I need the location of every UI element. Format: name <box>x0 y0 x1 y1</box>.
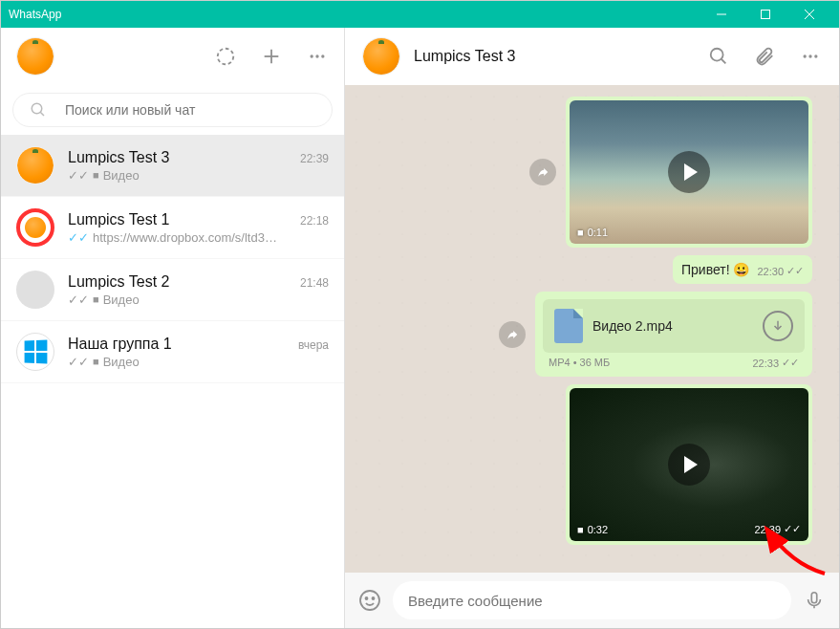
video-message-bubble[interactable]: ■ 0:32 22:39 ✓✓ <box>566 384 812 545</box>
left-header <box>1 28 344 85</box>
status-icon[interactable] <box>214 45 237 68</box>
window-title: WhatsApp <box>9 8 700 21</box>
chat-time: 22:39 <box>300 152 329 165</box>
video-icon: ■ <box>93 356 99 367</box>
svg-point-7 <box>311 54 313 57</box>
forward-icon[interactable] <box>499 321 526 348</box>
svg-point-9 <box>321 54 324 57</box>
file-meta: MP4 • 36 МБ 22:33 ✓✓ <box>543 353 805 369</box>
chat-time: 21:48 <box>300 276 329 290</box>
mic-icon[interactable] <box>803 589 826 612</box>
message-time: 22:39 ✓✓ <box>754 523 801 535</box>
file-message-bubble[interactable]: Видео 2.mp4 MP4 • 36 МБ 22:33 ✓✓ <box>535 292 812 377</box>
chat-name: Наша группа 1 <box>68 336 172 353</box>
svg-point-16 <box>814 54 817 57</box>
svg-point-14 <box>804 54 807 57</box>
chat-info: Lumpics Test 3 22:39 ✓✓ ■ Видео <box>68 149 329 183</box>
left-header-actions <box>214 45 329 68</box>
app-body: Lumpics Test 3 22:39 ✓✓ ■ Видео <box>1 28 839 628</box>
conversation-header: Lumpics Test 3 <box>345 28 839 85</box>
chat-item[interactable]: Наша группа 1 вчера ✓✓ ■ Видео <box>1 321 344 383</box>
read-tick-icon: ✓✓ <box>786 265 804 277</box>
read-tick-icon: ✓✓ <box>784 523 801 535</box>
download-button[interactable] <box>763 311 793 341</box>
chat-avatar <box>16 333 54 371</box>
messages-area[interactable]: ■ 0:11 Привет! 😀 22:30 ✓✓ <box>345 85 839 573</box>
maximize-button[interactable] <box>743 1 787 28</box>
camera-icon: ■ <box>577 227 584 238</box>
search-input[interactable] <box>65 102 318 118</box>
read-tick-icon: ✓✓ <box>68 168 89 183</box>
video-thumbnail[interactable]: ■ 0:32 22:39 ✓✓ <box>570 388 808 541</box>
right-pane: Lumpics Test 3 <box>345 28 839 628</box>
chat-time: вчера <box>298 338 329 352</box>
video-duration: ■ 0:32 <box>577 524 608 535</box>
svg-point-20 <box>373 597 375 599</box>
search-box[interactable] <box>12 93 333 127</box>
compose-input[interactable] <box>408 593 776 609</box>
chat-menu-icon[interactable] <box>799 45 822 68</box>
svg-line-11 <box>40 112 44 116</box>
video-message-bubble[interactable]: ■ 0:11 <box>566 97 812 248</box>
play-icon[interactable] <box>668 151 710 193</box>
svg-point-15 <box>808 54 811 57</box>
user-avatar[interactable] <box>16 37 54 76</box>
conversation-avatar[interactable] <box>362 37 400 76</box>
message-row: ■ 0:32 22:39 ✓✓ <box>372 384 812 545</box>
titlebar: WhatsApp <box>1 1 839 28</box>
read-tick-icon: ✓✓ <box>68 355 89 369</box>
chat-time: 22:18 <box>300 214 329 228</box>
text-message-bubble[interactable]: Привет! 😀 22:30 ✓✓ <box>673 255 812 284</box>
chat-avatar <box>16 208 54 247</box>
file-name: Видео 2.mp4 <box>592 318 753 334</box>
chat-item[interactable]: Lumpics Test 2 21:48 ✓✓ ■ Видео <box>1 259 344 321</box>
message-time: 22:30 ✓✓ <box>757 265 804 277</box>
attach-icon[interactable] <box>753 45 776 68</box>
message-row: Видео 2.mp4 MP4 • 36 МБ 22:33 ✓✓ <box>372 292 812 377</box>
video-duration: ■ 0:11 <box>577 227 608 238</box>
svg-rect-21 <box>811 593 817 603</box>
message-row: Привет! 😀 22:30 ✓✓ <box>372 255 812 284</box>
chat-preview: Видео <box>103 355 140 369</box>
file-icon <box>554 309 583 343</box>
chat-item[interactable]: Lumpics Test 1 22:18 ✓✓ https://www.drop… <box>1 197 344 259</box>
svg-point-8 <box>315 54 318 57</box>
video-icon: ■ <box>93 169 99 181</box>
read-tick-icon: ✓✓ <box>782 357 799 369</box>
left-pane: Lumpics Test 3 22:39 ✓✓ ■ Видео <box>1 28 345 628</box>
svg-point-10 <box>32 103 42 114</box>
read-tick-icon: ✓✓ <box>68 293 89 307</box>
chat-preview: https://www.dropbox.com/s/ltd3… <box>93 230 277 245</box>
window-controls <box>700 1 831 28</box>
file-row: Видео 2.mp4 <box>543 299 805 353</box>
search-icon <box>27 98 50 121</box>
chat-name: Lumpics Test 1 <box>68 211 169 228</box>
video-thumbnail[interactable]: ■ 0:11 <box>570 100 808 244</box>
chat-avatar <box>16 271 54 309</box>
forward-icon[interactable] <box>529 159 556 185</box>
emoji-icon[interactable] <box>358 589 381 612</box>
svg-point-12 <box>711 49 723 61</box>
message-text: Привет! 😀 <box>681 262 749 277</box>
camera-icon: ■ <box>577 524 584 535</box>
svg-point-19 <box>366 597 368 599</box>
compose-input-wrap[interactable] <box>393 581 791 619</box>
chat-avatar <box>16 146 54 184</box>
conversation-title[interactable]: Lumpics Test 3 <box>414 48 694 65</box>
svg-point-18 <box>360 591 379 610</box>
app-window: WhatsApp <box>0 0 840 629</box>
close-button[interactable] <box>787 1 831 28</box>
chat-name: Lumpics Test 3 <box>68 149 169 166</box>
play-icon[interactable] <box>668 444 710 486</box>
svg-point-4 <box>218 49 234 65</box>
menu-icon[interactable] <box>306 45 329 68</box>
read-tick-icon: ✓✓ <box>68 230 89 245</box>
svg-rect-1 <box>762 11 770 19</box>
chat-preview: Видео <box>103 168 140 183</box>
search-in-chat-icon[interactable] <box>707 45 730 68</box>
minimize-button[interactable] <box>700 1 743 28</box>
message-row: ■ 0:11 <box>372 97 812 248</box>
chat-preview: Видео <box>103 293 140 307</box>
chat-item[interactable]: Lumpics Test 3 22:39 ✓✓ ■ Видео <box>1 135 344 197</box>
new-chat-icon[interactable] <box>260 45 283 68</box>
